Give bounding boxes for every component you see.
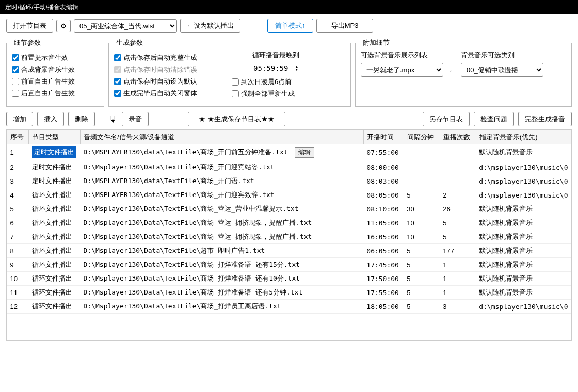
cell-file[interactable]: D:\Msplayer130\Data\TextFile\商场_营运_拥挤现象，… bbox=[81, 230, 364, 244]
window-titlebar: 定时/循环/手动/播音表编辑 bbox=[0, 0, 578, 14]
table-row[interactable]: 6循环文件播出D:\Msplayer130\Data\TextFile\商场_营… bbox=[7, 216, 571, 230]
checkbox-auto-full-gen[interactable]: 点击保存后自动完整生成 bbox=[114, 53, 222, 62]
cell-type[interactable]: 循环文件播出 bbox=[29, 230, 81, 244]
cell-interval: 30 bbox=[404, 202, 440, 216]
cell-type[interactable]: 定时文件播出 bbox=[29, 144, 81, 160]
insert-button[interactable]: 插入 bbox=[37, 112, 64, 126]
cell-repeat: 26 bbox=[440, 202, 476, 216]
checkbox-auto-set-default[interactable]: 点击保存时自动设为默认 bbox=[114, 77, 222, 86]
cell-file[interactable]: D:\Msplayer130\Data\TextFile\商场_打烊员工离店语.… bbox=[81, 300, 364, 314]
col-bg[interactable]: 指定背景音乐(优先) bbox=[476, 130, 571, 144]
detail-params-legend: 细节参数 bbox=[12, 38, 43, 47]
cell-file[interactable]: D:\MSPLAYER130\data\TextFile\商场_开门迎宾致辞.t… bbox=[81, 188, 364, 202]
window-title: 定时/循环/手动/播音表编辑 bbox=[5, 4, 78, 11]
cell-interval: 10 bbox=[404, 216, 440, 230]
cell-type[interactable]: 循环文件播出 bbox=[29, 272, 81, 286]
table-row[interactable]: 7循环文件播出D:\Msplayer130\Data\TextFile\商场_营… bbox=[7, 230, 571, 244]
table-row[interactable]: 4循环文件播出D:\MSPLAYER130\data\TextFile\商场_开… bbox=[7, 188, 571, 202]
simple-mode-button[interactable]: 简单模式↑ bbox=[267, 19, 313, 33]
cell-repeat bbox=[440, 160, 476, 174]
bg-cat-select[interactable]: 00_促销中歌慢摇 bbox=[461, 63, 543, 77]
checkbox-pre-prompt[interactable]: 前置提示音生效 bbox=[12, 53, 99, 62]
gear-icon: ⚙ bbox=[60, 22, 67, 30]
checkbox-auto-close[interactable]: 生成完毕后自动关闭窗体 bbox=[114, 89, 222, 98]
settings-button[interactable]: ⚙ bbox=[56, 20, 71, 32]
table-row[interactable]: 5循环文件播出D:\Msplayer130\Data\TextFile\商场_营… bbox=[7, 202, 571, 216]
checkbox-next-day-6am[interactable]: 到次日凌晨6点前 bbox=[232, 77, 319, 87]
cell-start: 18:05:00 bbox=[363, 300, 404, 314]
col-type[interactable]: 节目类型 bbox=[29, 130, 81, 144]
col-repeat[interactable]: 重播次数 bbox=[440, 130, 476, 144]
cell-file[interactable]: D:\Msplayer130\Data\TextFile\商场_营运_拥挤现象，… bbox=[81, 216, 364, 230]
cell-file[interactable]: D:\Msplayer130\Data\TextFile\商场_打烊准备语_还有… bbox=[81, 272, 364, 286]
delete-button[interactable]: 删除 bbox=[68, 112, 95, 126]
col-no[interactable]: 序号 bbox=[7, 130, 29, 144]
generate-save-button[interactable]: ★ ★生成保存节目表★★ bbox=[188, 112, 285, 126]
cell-no: 11 bbox=[7, 286, 29, 300]
cell-repeat: 1 bbox=[440, 258, 476, 272]
cell-start: 08:03:00 bbox=[363, 174, 404, 188]
table-row[interactable]: 8循环文件播出D:\Msplayer130\Data\TextFile\超市_即… bbox=[7, 244, 571, 258]
cell-repeat: 1 bbox=[440, 272, 476, 286]
checkbox-synth-bg[interactable]: 合成背景音乐生效 bbox=[12, 65, 99, 74]
cell-type-selected[interactable]: 定时文件播出 bbox=[32, 146, 76, 158]
cell-file[interactable]: D:\Msplayer130\Data\TextFile\超市_即时广告1.tx… bbox=[81, 244, 364, 258]
record-button[interactable]: 录音 bbox=[122, 112, 149, 126]
cell-start: 17:50:00 bbox=[363, 272, 404, 286]
bg-list-select[interactable]: 一晃就老了.mpx bbox=[361, 63, 443, 77]
cell-type[interactable]: 循环文件播出 bbox=[29, 300, 81, 314]
col-file[interactable]: 音频文件名/信号来源/设备通道 bbox=[81, 130, 364, 144]
cell-no: 9 bbox=[7, 258, 29, 272]
cell-no: 10 bbox=[7, 272, 29, 286]
cell-file[interactable]: D:\Msplayer130\Data\TextFile\商场_营运_营业中温馨… bbox=[81, 202, 364, 216]
file-select[interactable]: 05_商业综合体_当代.wlst bbox=[74, 19, 177, 33]
table-row[interactable]: 2定时文件播出D:\Msplayer130\Data\TextFile\商场_开… bbox=[7, 160, 571, 174]
cell-file[interactable]: D:\MSPLAYER130\data\TextFile\商场_开门前五分钟准备… bbox=[81, 144, 364, 160]
cell-file[interactable]: D:\MSPLAYER130\data\TextFile\商场_开门语.txt bbox=[81, 174, 364, 188]
checkbox-post-ad[interactable]: 后置自由广告生效 bbox=[12, 89, 99, 98]
col-start[interactable]: 开播时间 bbox=[363, 130, 404, 144]
checkbox-pre-ad[interactable]: 前置自由广告生效 bbox=[12, 77, 99, 86]
cell-type[interactable]: 循环文件播出 bbox=[29, 216, 81, 230]
loop-latest-label: 循环播音最晚到 bbox=[232, 51, 319, 60]
gen-params-legend: 生成参数 bbox=[114, 38, 145, 47]
arrow-left-icon: ← bbox=[448, 67, 456, 77]
cell-file[interactable]: D:\Msplayer130\Data\TextFile\商场_打烊准备语_还有… bbox=[81, 258, 364, 272]
table-row[interactable]: 9循环文件播出D:\Msplayer130\Data\TextFile\商场_打… bbox=[7, 258, 571, 272]
cell-type[interactable]: 循环文件播出 bbox=[29, 188, 81, 202]
add-button[interactable]: 增加 bbox=[6, 112, 33, 126]
check-button[interactable]: 检查问题 bbox=[474, 112, 514, 126]
cell-type[interactable]: 定时文件播出 bbox=[29, 160, 81, 174]
cell-interval: 5 bbox=[404, 300, 440, 314]
loop-time-input[interactable]: 05:59:59 ▲▼ bbox=[250, 62, 301, 74]
cell-start: 08:05:00 bbox=[363, 188, 404, 202]
edit-row-button[interactable]: 编辑 bbox=[295, 147, 314, 158]
export-mp3-button[interactable]: 导出MP3 bbox=[316, 19, 374, 33]
full-gen-button[interactable]: 完整生成播音 bbox=[518, 112, 572, 126]
cell-file[interactable]: D:\Msplayer130\Data\TextFile\商场_开门迎宾站姿.t… bbox=[81, 160, 364, 174]
cell-type[interactable]: 定时文件播出 bbox=[29, 174, 81, 188]
table-row[interactable]: 10循环文件播出D:\Msplayer130\Data\TextFile\商场_… bbox=[7, 272, 571, 286]
cell-file[interactable]: D:\Msplayer130\Data\TextFile\商场_打烊准备语_还有… bbox=[81, 286, 364, 300]
cell-type[interactable]: 循环文件播出 bbox=[29, 244, 81, 258]
cell-type[interactable]: 循环文件播出 bbox=[29, 258, 81, 272]
cell-repeat: 3 bbox=[440, 300, 476, 314]
set-default-button[interactable]: ←设为默认播出 bbox=[180, 19, 240, 33]
time-spinner[interactable]: ▲▼ bbox=[296, 65, 298, 71]
cell-type[interactable]: 循环文件播出 bbox=[29, 202, 81, 216]
detail-params-group: 细节参数 前置提示音生效 合成背景音乐生效 前置自由广告生效 后置自由广告生效 bbox=[6, 38, 104, 107]
table-row[interactable]: 11循环文件播出D:\Msplayer130\Data\TextFile\商场_… bbox=[7, 286, 571, 300]
table-row[interactable]: 12循环文件播出D:\Msplayer130\Data\TextFile\商场_… bbox=[7, 300, 571, 314]
col-interval[interactable]: 间隔分钟 bbox=[404, 130, 440, 144]
checkbox-force-regen[interactable]: 强制全部重新生成 bbox=[232, 89, 319, 99]
cell-no: 1 bbox=[7, 144, 29, 160]
save-as-button[interactable]: 另存节目表 bbox=[423, 112, 470, 126]
table-row[interactable]: 1定时文件播出D:\MSPLAYER130\data\TextFile\商场_开… bbox=[7, 144, 571, 160]
cell-bg: d:\msplayer130\music\0 bbox=[476, 188, 571, 202]
table-row[interactable]: 3定时文件播出D:\MSPLAYER130\data\TextFile\商场_开… bbox=[7, 174, 571, 188]
open-table-button[interactable]: 打开节目表 bbox=[6, 19, 53, 33]
cell-repeat: 5 bbox=[440, 216, 476, 230]
cell-type[interactable]: 循环文件播出 bbox=[29, 286, 81, 300]
cell-bg: 默认随机背景音乐 bbox=[476, 144, 571, 160]
cell-interval bbox=[404, 174, 440, 188]
